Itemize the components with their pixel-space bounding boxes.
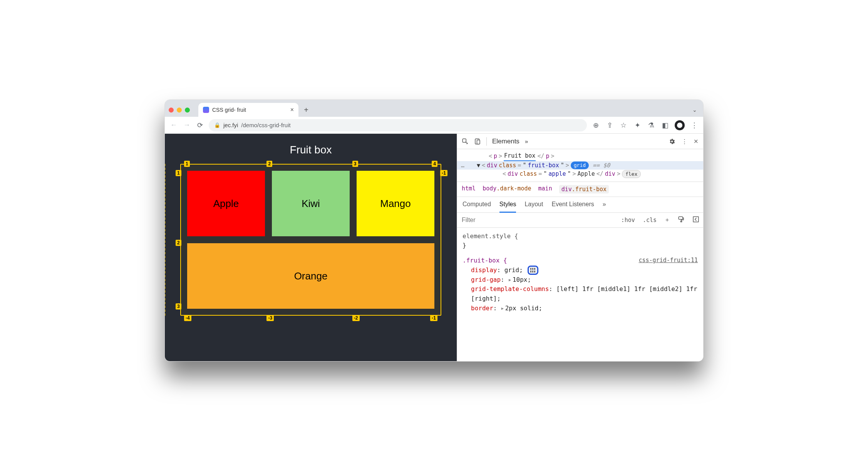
more-tabs-icon[interactable]: »: [525, 138, 528, 145]
subtab-computed[interactable]: Computed: [462, 201, 491, 212]
svg-rect-4: [681, 221, 682, 222]
forward-button[interactable]: →: [183, 121, 191, 130]
svg-rect-2: [477, 140, 480, 144]
lock-icon: 🔒: [214, 122, 220, 128]
grid-label: -2: [352, 315, 360, 321]
grid-badge[interactable]: grid: [571, 162, 589, 169]
sidepanel-icon[interactable]: ◧: [661, 121, 669, 130]
share-icon[interactable]: ⇪: [605, 121, 614, 130]
hov-toggle[interactable]: :hov: [617, 217, 639, 224]
grid-editor-button[interactable]: [528, 266, 538, 275]
svg-rect-10: [532, 271, 533, 273]
grid-label: 1: [184, 161, 190, 167]
svg-rect-3: [679, 217, 683, 219]
svg-rect-6: [530, 268, 531, 270]
zoom-icon[interactable]: ⊕: [592, 121, 600, 130]
subtab-event-listeners[interactable]: Event Listeners: [551, 201, 594, 212]
browser-toolbar: ← → ⟳ 🔒 jec.fyi/demo/css-grid-fruit ⊕ ⇪ …: [165, 117, 703, 134]
svg-rect-8: [534, 268, 535, 270]
svg-rect-11: [534, 271, 535, 273]
svg-rect-9: [530, 271, 531, 273]
close-devtools-icon[interactable]: ✕: [694, 138, 699, 145]
devtools-panel: Elements » ⋮ ✕ <p>Fruit box</p> …▼ <div: [457, 134, 703, 361]
tab-strip: CSS grid- fruit × + ⌄: [165, 100, 703, 117]
minimize-window-button[interactable]: [177, 108, 182, 113]
favicon-icon: [203, 107, 209, 113]
tab-title: CSS grid- fruit: [212, 107, 246, 113]
styles-filter-input[interactable]: [457, 213, 617, 227]
devtools-toolbar: Elements » ⋮ ✕: [457, 134, 703, 149]
address-bar[interactable]: 🔒 jec.fyi/demo/css-grid-fruit: [209, 119, 587, 131]
flex-badge[interactable]: flex: [622, 170, 641, 178]
grid-cell-apple: Apple: [187, 171, 265, 236]
grid-label: 4: [432, 161, 437, 167]
grid-label: -1: [440, 170, 447, 176]
subtab-styles[interactable]: Styles: [499, 201, 516, 213]
extensions-icon[interactable]: ✦: [633, 121, 642, 130]
page-viewport: Fruit box Apple Kiwi Mango Orange 1 2 3 …: [165, 134, 457, 361]
grid-line: [165, 164, 166, 316]
devtools-menu-icon[interactable]: ⋮: [682, 138, 687, 145]
browser-tab[interactable]: CSS grid- fruit ×: [198, 103, 298, 117]
new-style-rule-icon[interactable]: ＋: [660, 216, 674, 224]
content-area: Fruit box Apple Kiwi Mango Orange 1 2 3 …: [165, 134, 703, 361]
dom-tree[interactable]: <p>Fruit box</p> …▼ <div class="fruit-bo…: [457, 149, 703, 182]
close-tab-icon[interactable]: ×: [290, 106, 294, 113]
grid-label: 1: [176, 170, 181, 176]
new-tab-button[interactable]: +: [301, 104, 312, 115]
source-link[interactable]: css-grid-fruit:11: [638, 256, 698, 265]
grid-label: -1: [430, 315, 437, 321]
subtab-layout[interactable]: Layout: [524, 201, 543, 212]
paint-icon[interactable]: [674, 216, 689, 224]
close-window-button[interactable]: [169, 108, 174, 113]
page-title: Fruit box: [180, 144, 441, 156]
styles-subtabs: Computed Styles Layout Event Listeners »: [457, 197, 703, 213]
url-path: /demo/css-grid-fruit: [241, 122, 290, 128]
reload-button[interactable]: ⟳: [196, 121, 204, 130]
computed-panel-icon[interactable]: [689, 216, 703, 224]
settings-icon[interactable]: [669, 138, 675, 145]
window-controls: [169, 108, 190, 113]
styles-filter-bar: :hov .cls ＋: [457, 213, 703, 228]
devtools-tab-elements[interactable]: Elements: [492, 138, 519, 145]
svg-rect-5: [693, 217, 699, 222]
grid-label: -4: [184, 315, 191, 321]
grid-cell-mango: Mango: [357, 171, 434, 236]
more-subtabs-icon[interactable]: »: [603, 201, 606, 212]
grid-cell-orange: Orange: [187, 243, 434, 309]
dom-selected-node[interactable]: …▼ <div class="fruit-box"> grid == $0: [457, 161, 703, 170]
url-host: jec.fyi: [223, 122, 238, 128]
kebab-menu-icon[interactable]: ⋮: [690, 121, 699, 130]
inspect-icon[interactable]: [462, 138, 469, 145]
grid-label: 3: [352, 161, 358, 167]
bookmark-icon[interactable]: ☆: [619, 121, 628, 130]
back-button[interactable]: ←: [169, 121, 178, 130]
styles-pane[interactable]: element.style {} css-grid-fruit:11 .frui…: [457, 228, 703, 362]
grid-label: -3: [266, 315, 274, 321]
labs-icon[interactable]: ⚗: [647, 121, 655, 130]
grid-cell-kiwi: Kiwi: [272, 171, 350, 236]
dom-breadcrumbs[interactable]: html body.dark-mode main div.fruit-box: [457, 182, 703, 197]
device-toggle-icon[interactable]: [474, 138, 481, 145]
profile-avatar[interactable]: [675, 120, 685, 130]
fruit-grid: Apple Kiwi Mango Orange 1 2 3 4 1 2 3 -1: [180, 164, 441, 316]
cls-toggle[interactable]: .cls: [639, 217, 660, 224]
grid-label: 2: [266, 161, 272, 167]
browser-window: CSS grid- fruit × + ⌄ ← → ⟳ 🔒 jec.fyi/de…: [164, 99, 704, 362]
grid-label: 2: [176, 240, 181, 246]
svg-rect-7: [532, 268, 533, 270]
maximize-window-button[interactable]: [185, 108, 190, 113]
grid-label: 3: [176, 303, 181, 310]
tab-dropdown-icon[interactable]: ⌄: [692, 107, 697, 113]
